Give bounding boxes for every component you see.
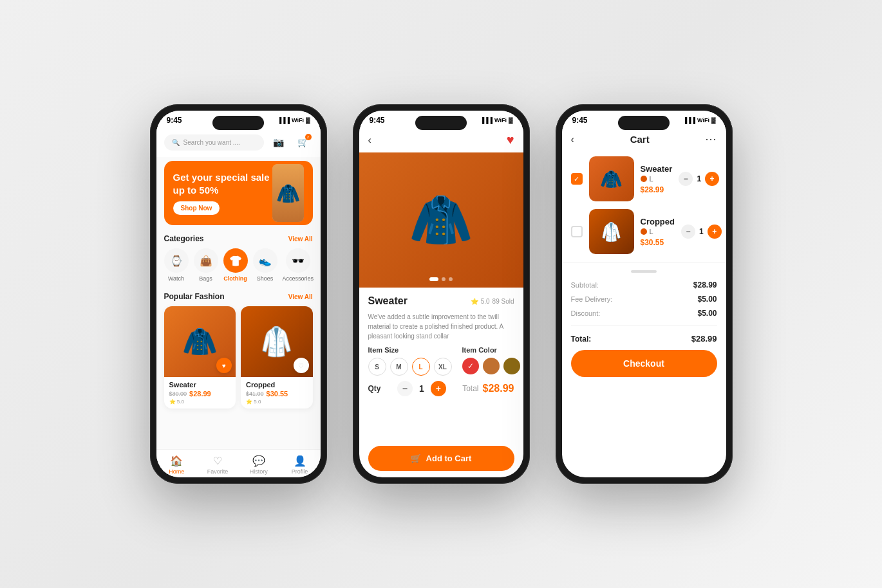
- size-m[interactable]: M: [390, 358, 408, 376]
- status-time-2: 9:45: [370, 116, 385, 125]
- wifi-icon: WiFi: [292, 117, 304, 124]
- dot-1[interactable]: [429, 277, 438, 281]
- favorite-button[interactable]: ♥: [507, 133, 514, 147]
- signal-icon-2: ▐▐▐: [480, 117, 493, 124]
- home-screen: 🔍 Search you want .... 📷 🛒 2 Get your sp…: [156, 127, 321, 449]
- qty-minus-button[interactable]: −: [397, 381, 413, 396]
- sweater-prices: $30.00 $28.99: [169, 390, 231, 398]
- banner-text: Get your special sale up to 50% Shop Now: [173, 171, 273, 215]
- sweater-name: Sweater: [169, 381, 231, 389]
- categories-view-all[interactable]: View All: [288, 235, 313, 243]
- sweater-qty: 1: [697, 174, 701, 183]
- cropped-like-button[interactable]: ♡: [294, 358, 309, 373]
- status-time-3: 9:45: [572, 116, 588, 125]
- cart-cropped-variant: L: [641, 228, 675, 235]
- cropped-new-price: $30.55: [267, 390, 288, 398]
- popular-view-all[interactable]: View All: [288, 293, 313, 300]
- cart-summary: Subtotal: $28.99 Fee Delivery: $5.00 Dis…: [562, 280, 726, 344]
- back-button[interactable]: ‹: [368, 134, 371, 146]
- summary-handle: [631, 270, 657, 273]
- category-accessories[interactable]: 🕶️ Accessories: [283, 248, 314, 282]
- total-price: $28.99: [483, 383, 514, 394]
- cropped-old-price: $41.00: [246, 390, 264, 397]
- color-red[interactable]: [462, 358, 479, 374]
- cart-button[interactable]: 🛒 2: [294, 133, 313, 152]
- category-shoes-label: Shoes: [257, 275, 274, 282]
- nav-home[interactable]: 🏠 Home: [156, 455, 198, 475]
- banner-headline: Get your special sale up to 50%: [173, 171, 273, 196]
- camera-button[interactable]: 📷: [269, 133, 288, 152]
- nav-profile[interactable]: 👤 Profile: [279, 455, 321, 475]
- cropped-prices: $41.00 $30.55: [246, 390, 308, 398]
- dot-3[interactable]: [449, 277, 453, 281]
- search-input[interactable]: 🔍 Search you want ....: [164, 134, 264, 151]
- status-icons-3: ▐▐▐ WiFi ▓: [683, 117, 716, 124]
- signal-icon: ▐▐▐: [277, 117, 290, 124]
- cart-cropped-name: Cropped: [641, 217, 675, 226]
- accessories-icon-circle: 🕶️: [286, 248, 310, 273]
- cart-badge: 2: [305, 134, 312, 140]
- product-main-figure: 🧥: [409, 190, 473, 250]
- color-brown[interactable]: [483, 358, 500, 374]
- cropped-minus-button[interactable]: −: [681, 225, 695, 239]
- more-options-button[interactable]: ···: [705, 133, 717, 146]
- dot-2[interactable]: [442, 277, 446, 281]
- sweater-info: Sweater $30.00 $28.99 ⭐ 5.0: [164, 377, 236, 409]
- discount-row: Discount: $5.00: [571, 309, 717, 318]
- nav-home-label: Home: [169, 468, 184, 475]
- category-accessories-label: Accessories: [283, 275, 314, 282]
- add-to-cart-button[interactable]: 🛒 Add to Cart: [368, 446, 514, 471]
- total-summary-label: Total:: [571, 335, 592, 344]
- color-gold[interactable]: [503, 358, 520, 374]
- battery-icon: ▓: [306, 117, 310, 124]
- cropped-price: $30.55: [641, 238, 675, 247]
- product-card-cropped[interactable]: 🥼 ♡ Cropped $41.00 $30.55 ⭐ 5.0: [241, 306, 313, 409]
- promo-banner[interactable]: Get your special sale up to 50% Shop Now…: [164, 161, 313, 225]
- cropped-plus-button[interactable]: +: [708, 225, 722, 239]
- cart-back-button[interactable]: ‹: [571, 134, 574, 145]
- size-s[interactable]: S: [368, 358, 386, 376]
- category-watch[interactable]: ⌚ Watch: [164, 248, 189, 282]
- cropped-image: 🥼 ♡: [241, 306, 313, 377]
- size-xl[interactable]: XL: [434, 358, 452, 376]
- size-option-label: Item Size: [368, 346, 452, 354]
- phone-product-detail: 9:45 ▐▐▐ WiFi ▓ ‹ ♥ 🧥 Sweater: [353, 104, 530, 484]
- rating-value: 5.0: [481, 298, 490, 305]
- cropped-figure: 🥼: [259, 325, 294, 358]
- bags-icon: 👜: [200, 255, 212, 267]
- qty-row: Qty − 1 + Total $28.99: [368, 381, 514, 396]
- category-bags[interactable]: 👜 Bags: [194, 248, 218, 282]
- nav-favorite[interactable]: ♡ Favorite: [197, 455, 238, 475]
- detail-header: ‹ ♥: [359, 127, 523, 152]
- model-figure: 🧥: [272, 164, 303, 222]
- search-placeholder: Search you want ....: [183, 139, 240, 146]
- product-card-sweater[interactable]: 🧥 ♥ Sweater $30.00 $28.99 ⭐ 5.0: [164, 306, 236, 409]
- sweater-rating: ⭐ 5.0: [169, 399, 231, 405]
- signal-icon-3: ▐▐▐: [683, 117, 695, 124]
- product-description: We've added a subtle improvement to the …: [368, 312, 514, 341]
- total-label: Total: [462, 384, 478, 393]
- nav-profile-label: Profile: [292, 468, 308, 475]
- cart-sweater-variant: L: [641, 175, 673, 183]
- sweater-minus-button[interactable]: −: [679, 172, 693, 186]
- fee-row: Fee Delivery: $5.00: [571, 295, 717, 304]
- product-title: Sweater: [368, 295, 408, 307]
- checkout-label: Checkout: [623, 358, 664, 369]
- cropped-qty-controls: − 1 +: [681, 225, 722, 239]
- cropped-checkbox[interactable]: [571, 226, 583, 237]
- shop-now-button[interactable]: Shop Now: [173, 201, 220, 215]
- category-clothing[interactable]: 👕 Clothing: [223, 248, 248, 282]
- category-shoes[interactable]: 👟 Shoes: [253, 248, 277, 282]
- sweater-checkbox[interactable]: [571, 173, 583, 185]
- checkout-button[interactable]: Checkout: [571, 350, 717, 377]
- cart-divider: [562, 262, 726, 262]
- sweater-like-button[interactable]: ♥: [216, 358, 232, 373]
- sweater-plus-button[interactable]: +: [705, 172, 719, 186]
- cropped-qty: 1: [699, 227, 704, 236]
- qty-plus-button[interactable]: +: [431, 381, 446, 396]
- size-l[interactable]: L: [412, 358, 430, 376]
- cropped-name: Cropped: [246, 381, 308, 389]
- nav-history[interactable]: 💬 History: [238, 455, 279, 475]
- category-clothing-label: Clothing: [223, 275, 247, 282]
- shoes-icon: 👟: [259, 255, 272, 267]
